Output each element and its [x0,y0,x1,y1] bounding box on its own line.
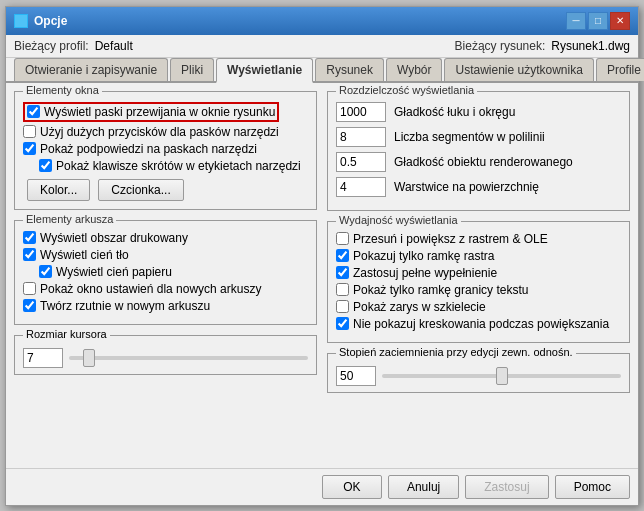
check5-row: Wyświetl obszar drukowany [23,231,308,245]
check8-input[interactable] [23,282,36,295]
check9-row: Twórz rzutnie w nowym arkuszu [23,299,308,313]
check1-input[interactable] [27,105,40,118]
window-title: Opcje [34,14,67,28]
tabs-container: Otwieranie i zapisywanie Pliki Wyświetla… [6,58,638,83]
res3-row: Gładkość obiektu renderowanego [336,152,621,172]
cursor-slider[interactable] [69,356,308,360]
perf3-row: Zastosuj pełne wypełnienie [336,266,621,280]
perf3-input[interactable] [336,266,349,279]
check7-row: Wyświetl cień papieru [39,265,308,279]
res2-input[interactable] [336,127,386,147]
perf4-row: Pokaż tylko ramkę granicy tekstu [336,283,621,297]
check3-input[interactable] [23,142,36,155]
res4-row: Warstwice na powierzchnię [336,177,621,197]
minimize-button[interactable]: ─ [566,12,586,30]
check9-input[interactable] [23,299,36,312]
resolution-group: Rozdzielczość wyświetlania Gładkość łuku… [327,91,630,211]
perf5-input[interactable] [336,300,349,313]
darkening-slider[interactable] [382,374,621,378]
main-content: Elementy okna Wyświetl paski przewijania… [6,83,638,468]
check2-row: Użyj dużych przycisków dla pasków narzęd… [23,125,308,139]
window-controls: ─ □ ✕ [566,12,630,30]
title-bar: Opcje ─ □ ✕ [6,7,638,35]
arkusz-group-label: Elementy arkusza [23,213,116,225]
perf5-row: Pokaż zarys w szkielecie [336,300,621,314]
perf2-row: Pokazuj tylko ramkę rastra [336,249,621,263]
current-drawing-value: Rysunek1.dwg [551,39,630,53]
perf3-label: Zastosuj pełne wypełnienie [353,266,497,280]
apply-button[interactable]: Zastosuj [465,475,548,499]
perf4-label: Pokaż tylko ramkę granicy tekstu [353,283,528,297]
darkening-row [336,366,621,386]
perf2-input[interactable] [336,249,349,262]
perf4-input[interactable] [336,283,349,296]
perf6-input[interactable] [336,317,349,330]
profile-bar: Bieżący profil: Default Bieżący rysunek:… [6,35,638,58]
check4-row: Pokaż klawisze skrótów w etykietach narz… [39,159,308,173]
left-panel: Elementy okna Wyświetl paski przewijania… [14,91,317,460]
check6-input[interactable] [23,248,36,261]
darkening-group: Stopień zaciemnienia przy edycji zewn. o… [327,353,630,393]
bottom-bar: OK Anuluj Zastosuj Pomoc [6,468,638,505]
darkening-value-input[interactable] [336,366,376,386]
tab-wyswietlanie[interactable]: Wyświetlanie [216,58,313,83]
font-button[interactable]: Czcionka... [98,179,183,201]
performance-group-label: Wydajność wyświetlania [336,214,461,226]
check7-label: Wyświetl cień papieru [56,265,172,279]
check4-label: Pokaż klawisze skrótów w etykietach narz… [56,159,301,173]
app-icon [14,14,28,28]
res3-input[interactable] [336,152,386,172]
check3-row: Pokaż podpowiedzi na paskach narzędzi [23,142,308,156]
right-panel: Rozdzielczość wyświetlania Gładkość łuku… [327,91,630,460]
color-button[interactable]: Kolor... [27,179,90,201]
res1-input[interactable] [336,102,386,122]
res2-label: Liczba segmentów w polilinii [394,130,621,144]
tab-ustawienie[interactable]: Ustawienie użytkownika [444,58,593,81]
tab-profile[interactable]: Profile [596,58,644,81]
perf5-label: Pokaż zarys w szkielecie [353,300,486,314]
check7-input[interactable] [39,265,52,278]
cursor-value-input[interactable] [23,348,63,368]
check4-input[interactable] [39,159,52,172]
main-window: Opcje ─ □ ✕ Bieżący profil: Default Bież… [5,6,639,506]
check1-label: Wyświetl paski przewijania w oknie rysun… [44,105,275,119]
performance-group: Wydajność wyświetlania Przesuń i powięks… [327,221,630,343]
ok-button[interactable]: OK [322,475,382,499]
tab-rysunek[interactable]: Rysunek [315,58,384,81]
res4-label: Warstwice na powierzchnię [394,180,621,194]
perf6-row: Nie pokazuj kreskowania podczas powiększ… [336,317,621,331]
cancel-button[interactable]: Anuluj [388,475,459,499]
check5-label: Wyświetl obszar drukowany [40,231,188,245]
check8-label: Pokaż okno ustawień dla nowych arkuszy [40,282,261,296]
check6-label: Wyświetl cień tło [40,248,129,262]
perf1-label: Przesuń i powiększ z rastrem & OLE [353,232,548,246]
tab-otwieranie[interactable]: Otwieranie i zapisywanie [14,58,168,81]
darkening-group-label: Stopień zaciemnienia przy edycji zewn. o… [336,346,576,358]
check2-input[interactable] [23,125,36,138]
check8-row: Pokaż okno ustawień dla nowych arkuszy [23,282,308,296]
current-profile-value: Default [95,39,133,53]
res1-row: Gładkość łuku i okręgu [336,102,621,122]
perf1-input[interactable] [336,232,349,245]
elements-group: Elementy okna Wyświetl paski przewijania… [14,91,317,210]
perf6-label: Nie pokazuj kreskowania podczas powiększ… [353,317,609,331]
current-drawing-item: Bieżący rysunek: Rysunek1.dwg [455,39,630,53]
color-font-buttons: Kolor... Czcionka... [23,179,308,201]
check2-label: Użyj dużych przycisków dla pasków narzęd… [40,125,279,139]
current-profile-label: Bieżący profil: [14,39,89,53]
help-button[interactable]: Pomoc [555,475,630,499]
res4-input[interactable] [336,177,386,197]
tab-pliki[interactable]: Pliki [170,58,214,81]
arkusz-group: Elementy arkusza Wyświetl obszar drukowa… [14,220,317,325]
check9-label: Twórz rzutnie w nowym arkuszu [40,299,210,313]
tab-wybor[interactable]: Wybór [386,58,443,81]
perf1-row: Przesuń i powiększ z rastrem & OLE [336,232,621,246]
res2-row: Liczba segmentów w polilinii [336,127,621,147]
close-button[interactable]: ✕ [610,12,630,30]
cursor-group: Rozmiar kursora [14,335,317,375]
current-drawing-label: Bieżący rysunek: [455,39,546,53]
check5-input[interactable] [23,231,36,244]
check1-highlighted: Wyświetl paski przewijania w oknie rysun… [23,102,279,122]
perf2-label: Pokazuj tylko ramkę rastra [353,249,494,263]
maximize-button[interactable]: □ [588,12,608,30]
